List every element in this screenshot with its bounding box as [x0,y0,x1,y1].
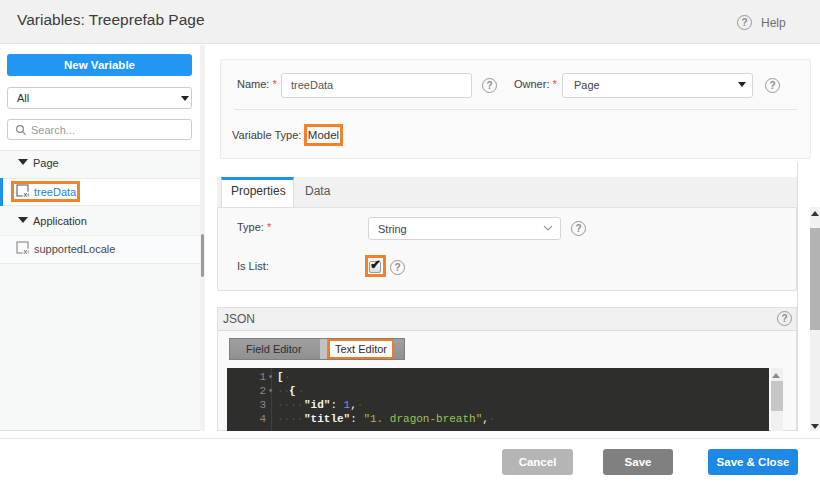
svg-text:x: x [23,247,27,255]
svg-text:x: x [23,190,27,198]
